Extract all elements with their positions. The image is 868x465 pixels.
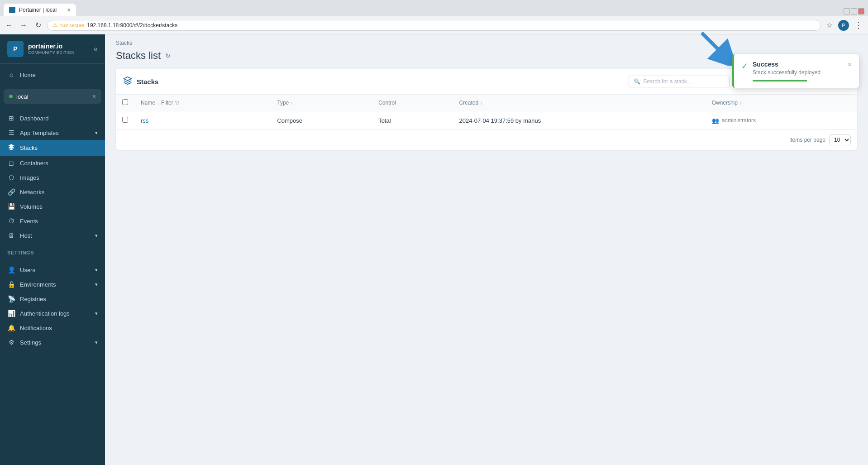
browser-profile[interactable]: P	[838, 20, 849, 31]
stacks-card-icon	[123, 76, 132, 87]
settings-icon: ⚙	[7, 339, 15, 346]
sidebar-item-label: Notifications	[20, 325, 52, 331]
chevron-down-icon: ▾	[95, 340, 98, 345]
window-minimize-btn[interactable]	[844, 8, 850, 14]
card-title: Stacks	[137, 78, 158, 86]
main-content: Stacks Stacks list ↻ Stacks 🔍	[105, 34, 868, 465]
sidebar-item-events[interactable]: ⏱ Events	[0, 214, 105, 228]
sidebar-item-dashboard[interactable]: ⊞ Dashboard	[0, 111, 105, 125]
ownership-value: 👥 administrators	[712, 117, 851, 124]
sort-icon: ↑	[739, 101, 742, 105]
toast-close-btn[interactable]: ×	[848, 61, 852, 69]
settings-section-label: Settings	[0, 246, 105, 259]
sidebar-item-users[interactable]: 👤 Users ▾	[0, 263, 105, 277]
search-input[interactable]	[643, 78, 725, 85]
browser-chrome: Portainer | local × ← → ↻ ⚠ Not secure 1…	[0, 0, 868, 34]
sidebar-env[interactable]: local ×	[4, 89, 101, 104]
sidebar-item-containers[interactable]: ◻ Containers	[0, 156, 105, 170]
type-sort-btn[interactable]: Type ↕	[277, 100, 366, 106]
row-control-cell: Total	[372, 111, 453, 130]
ownership-label: Ownership	[712, 100, 738, 106]
forward-button[interactable]: →	[18, 20, 29, 31]
th-type: Type ↕	[271, 95, 372, 111]
stack-type: Compose	[277, 117, 302, 124]
sidebar-home-section: ⌂ Home	[0, 64, 105, 86]
ownership-icon: 👥	[712, 117, 719, 124]
row-checkbox-cell	[116, 111, 134, 130]
sort-icon: ↕	[291, 101, 293, 105]
sidebar-item-label: Environments	[20, 281, 56, 288]
back-button[interactable]: ←	[4, 20, 14, 31]
sidebar-item-images[interactable]: ⬡ Images	[0, 170, 105, 185]
items-per-page-select[interactable]: 10 25 50	[829, 134, 851, 145]
control-label: Control	[378, 100, 396, 106]
tab-close-btn[interactable]: ×	[67, 6, 71, 14]
refresh-stacks-btn[interactable]: ↻	[165, 52, 171, 59]
sidebar-item-host[interactable]: 🖥 Host ▾	[0, 228, 105, 243]
name-label: Name	[141, 100, 155, 106]
sidebar-item-auth-logs[interactable]: 📊 Authentication logs ▾	[0, 306, 105, 321]
created-label: Created	[459, 100, 478, 106]
name-sort-btn[interactable]: Name ↓ Filter ▽	[141, 100, 264, 106]
sidebar: P portainer.io COMMUNITY EDITION « ⌂ Hom…	[0, 34, 105, 465]
sidebar-nav-section: ⊞ Dashboard ☰ App Templates ▾ Stacks ◻ C…	[0, 107, 105, 246]
browser-tab-bar: Portainer | local ×	[0, 0, 868, 16]
tab-title: Portainer | local	[19, 7, 57, 13]
app-templates-icon: ☰	[7, 129, 15, 136]
table-footer: Items per page 10 25 50	[116, 129, 857, 150]
filter-btn[interactable]: Filter ▽	[161, 100, 179, 106]
toast-title: Success	[753, 61, 843, 68]
toast-message: Stack successfully deployed	[753, 69, 843, 76]
networks-icon: 🔗	[7, 188, 15, 196]
sidebar-collapse-btn[interactable]: «	[94, 45, 98, 53]
tab-favicon	[9, 7, 15, 13]
window-close-btn[interactable]	[858, 8, 864, 14]
bookmark-icon[interactable]: ☆	[825, 19, 835, 31]
address-text: 192.168.1.18:9000/#!/2/docker/stacks	[87, 22, 177, 29]
chevron-down-icon: ▾	[95, 233, 98, 239]
sidebar-item-settings[interactable]: ⚙ Settings ▾	[0, 335, 105, 350]
notifications-icon: 🔔	[7, 324, 15, 331]
sidebar-item-registries[interactable]: 📡 Registries	[0, 292, 105, 306]
sidebar-item-label: Images	[20, 174, 39, 181]
th-control: Control	[372, 95, 453, 111]
refresh-button[interactable]: ↻	[33, 20, 43, 31]
sidebar-item-stacks[interactable]: Stacks	[0, 140, 105, 156]
stack-control: Total	[378, 117, 391, 124]
filter-icon: ▽	[175, 100, 179, 106]
env-close-btn[interactable]: ×	[92, 93, 96, 100]
sidebar-item-label: Host	[20, 232, 32, 239]
sidebar-item-volumes[interactable]: 💾 Volumes	[0, 199, 105, 214]
search-box[interactable]: 🔍	[629, 76, 730, 87]
address-bar[interactable]: ⚠ Not secure 192.168.1.18:9000/#!/2/dock…	[47, 20, 821, 31]
sidebar-item-label: Registries	[20, 296, 46, 302]
sidebar-item-app-templates[interactable]: ☰ App Templates ▾	[0, 125, 105, 140]
toast-container: ✓ Success Stack successfully deployed ×	[732, 54, 859, 88]
sidebar-item-networks[interactable]: 🔗 Networks	[0, 185, 105, 199]
window-restore-btn[interactable]	[851, 8, 857, 14]
sidebar-item-label: Networks	[20, 189, 44, 196]
sidebar-item-home[interactable]: ⌂ Home	[0, 67, 105, 82]
stack-name-link[interactable]: rss	[141, 117, 148, 124]
sidebar-item-environments[interactable]: 🔒 Environments ▾	[0, 277, 105, 292]
table-row: rss Compose Total 2024-07-04 19:37:59 by…	[116, 111, 857, 130]
ownership-sort-btn[interactable]: Ownership ↑	[712, 100, 851, 106]
sidebar-item-label: Settings	[20, 339, 41, 346]
stacks-icon	[7, 144, 15, 152]
browser-menu-icon[interactable]: ⋮	[853, 20, 864, 30]
page-title: Stacks list	[116, 50, 161, 62]
sidebar-item-label: Events	[20, 218, 38, 225]
row-type-cell: Compose	[271, 111, 372, 130]
th-checkbox	[116, 95, 134, 111]
registries-icon: 📡	[7, 295, 15, 302]
select-all-checkbox[interactable]	[122, 99, 128, 105]
security-icon: ⚠	[53, 22, 57, 28]
row-checkbox[interactable]	[122, 117, 128, 123]
items-per-page-label: Items per page	[789, 137, 825, 143]
logo-icon: P	[7, 41, 24, 57]
browser-tab[interactable]: Portainer | local ×	[4, 4, 76, 16]
sidebar-item-notifications[interactable]: 🔔 Notifications	[0, 321, 105, 335]
sort-icon: ↕	[480, 101, 482, 105]
created-sort-btn[interactable]: Created ↕	[459, 100, 699, 106]
row-name-cell: rss	[134, 111, 271, 130]
